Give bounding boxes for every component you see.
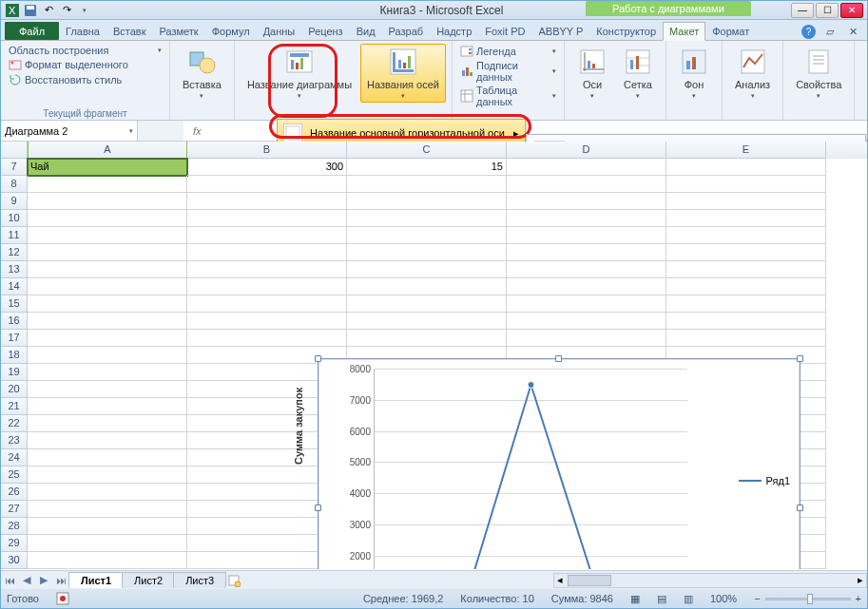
tab-addins[interactable]: Надстр <box>430 22 478 40</box>
data-labels-button[interactable]: Подписи данных▾ <box>458 59 558 84</box>
cell[interactable] <box>666 176 826 193</box>
row-header[interactable]: 30 <box>1 552 28 569</box>
cell[interactable] <box>666 210 826 227</box>
cell[interactable] <box>28 295 187 313</box>
resize-handle[interactable] <box>555 355 562 362</box>
chart-element-selector[interactable]: Область построения▾ <box>7 44 164 57</box>
cell[interactable] <box>28 364 187 381</box>
macro-record-icon[interactable] <box>56 592 69 605</box>
minimize-button[interactable]: — <box>791 3 814 18</box>
chevron-down-icon[interactable]: ▾ <box>129 127 133 135</box>
cell[interactable] <box>187 193 347 210</box>
qat-more-icon[interactable]: ▾ <box>77 3 92 18</box>
row-header[interactable]: 16 <box>1 313 28 330</box>
row-header[interactable]: 27 <box>1 501 28 518</box>
sheet-nav-first[interactable]: ⏮ <box>1 572 18 589</box>
cell[interactable] <box>28 347 187 364</box>
cell[interactable] <box>28 449 187 466</box>
cell[interactable] <box>28 330 187 347</box>
row-header[interactable]: 26 <box>1 484 28 501</box>
zoom-level[interactable]: 100% <box>710 593 737 604</box>
cell[interactable] <box>666 313 826 330</box>
row-header[interactable]: 12 <box>1 244 28 261</box>
view-page-break-icon[interactable]: ▥ <box>684 593 693 605</box>
cell[interactable] <box>347 330 507 347</box>
row-header[interactable]: 22 <box>1 415 28 432</box>
sheet-tab-1[interactable]: Лист1 <box>68 572 124 588</box>
legend[interactable]: Ряд1 <box>739 475 790 486</box>
cell[interactable] <box>666 330 826 347</box>
cell[interactable] <box>187 176 347 193</box>
tab-insert[interactable]: Вставк <box>106 22 153 40</box>
cell[interactable] <box>666 295 826 313</box>
scroll-thumb[interactable] <box>568 575 611 586</box>
reset-style-button[interactable]: Восстановить стиль <box>7 72 164 87</box>
name-box[interactable]: Диаграмма 2▾ <box>1 121 138 141</box>
cell[interactable] <box>666 244 826 261</box>
tab-developer[interactable]: Разраб <box>382 22 431 40</box>
fx-icon[interactable]: fx <box>193 125 202 137</box>
tab-view[interactable]: Вид <box>350 22 382 40</box>
resize-handle[interactable] <box>797 355 803 362</box>
cell[interactable] <box>28 518 187 535</box>
cell[interactable] <box>187 278 347 295</box>
cell[interactable]: 15 <box>347 159 507 176</box>
cell[interactable] <box>187 313 347 330</box>
chart-object[interactable]: Сумма закупок 01000200030004000500060007… <box>318 358 800 569</box>
row-header[interactable]: 17 <box>1 330 28 347</box>
tab-chart-format[interactable]: Формат <box>705 22 756 40</box>
new-sheet-icon[interactable] <box>225 572 242 589</box>
cell[interactable] <box>507 244 666 261</box>
tab-home[interactable]: Главна <box>59 22 106 40</box>
tab-abbyy[interactable]: ABBYY P <box>531 22 589 40</box>
cell[interactable] <box>666 278 826 295</box>
row-header[interactable]: 11 <box>1 227 28 244</box>
cell[interactable] <box>347 244 507 261</box>
col-header-E[interactable]: E <box>666 142 826 159</box>
row-header[interactable]: 8 <box>1 176 28 193</box>
background-button[interactable]: Фон▾ <box>672 44 716 103</box>
tab-foxit[interactable]: Foxit PD <box>478 22 531 40</box>
cell[interactable] <box>28 210 187 227</box>
tab-chart-design[interactable]: Конструктор <box>589 22 663 40</box>
cell[interactable] <box>28 484 187 501</box>
cell[interactable] <box>28 227 187 244</box>
cell[interactable] <box>28 552 187 569</box>
properties-button[interactable]: Свойства▾ <box>789 44 848 103</box>
cell[interactable] <box>507 261 666 278</box>
cell[interactable] <box>347 278 507 295</box>
cell[interactable]: 300 <box>187 159 347 176</box>
cell[interactable] <box>507 295 666 313</box>
cell[interactable] <box>507 193 666 210</box>
save-icon[interactable] <box>23 3 38 18</box>
zoom-in-icon[interactable]: + <box>856 593 861 604</box>
tab-formulas[interactable]: Формул <box>205 22 257 40</box>
resize-handle[interactable] <box>797 504 803 511</box>
cell[interactable] <box>187 295 347 313</box>
cell[interactable] <box>666 193 826 210</box>
data-table-button[interactable]: Таблица данных▾ <box>458 84 558 108</box>
sheet-tab-2[interactable]: Лист2 <box>122 572 175 588</box>
plot-area[interactable]: 010002000300040005000600070008000Картофе… <box>374 369 687 569</box>
view-page-layout-icon[interactable]: ▤ <box>657 593 666 605</box>
col-header-C[interactable]: C <box>347 142 507 159</box>
cell[interactable] <box>28 501 187 518</box>
axes-button[interactable]: Оси▾ <box>570 44 614 103</box>
tab-file[interactable]: Файл <box>5 22 59 40</box>
tab-data[interactable]: Данны <box>257 22 302 40</box>
sheet-tab-3[interactable]: Лист3 <box>173 572 226 588</box>
cell[interactable] <box>347 261 507 278</box>
worksheet-grid[interactable]: A B C D E 7Чай30015891011121314151617181… <box>1 142 867 569</box>
cell[interactable] <box>347 295 507 313</box>
cell[interactable] <box>507 159 666 176</box>
resize-handle[interactable] <box>315 355 321 362</box>
row-header[interactable]: 15 <box>1 295 28 313</box>
cell[interactable] <box>28 466 187 484</box>
tab-page-layout[interactable]: Разметк <box>153 22 205 40</box>
cell[interactable] <box>28 176 187 193</box>
chart-title-button[interactable]: Название диаграммы▾ <box>241 44 358 103</box>
scroll-left-icon[interactable]: ◂ <box>554 574 566 586</box>
row-header[interactable]: 29 <box>1 535 28 552</box>
cell[interactable] <box>347 193 507 210</box>
help-icon[interactable]: ? <box>801 25 816 39</box>
